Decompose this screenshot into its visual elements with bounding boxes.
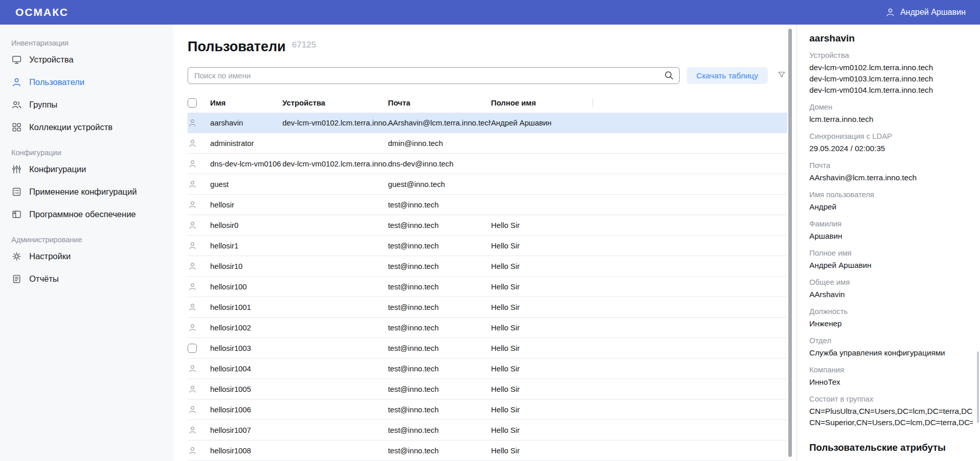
reports-icon bbox=[11, 274, 22, 284]
panel-field: ПочтаAArshavin@lcm.terra.inno.tech bbox=[809, 161, 973, 183]
cell-name: hellosir0 bbox=[210, 221, 282, 229]
user-icon bbox=[188, 159, 197, 169]
user-icon bbox=[188, 200, 197, 209]
cell-mail: test@inno.tech bbox=[388, 406, 491, 414]
cell-full-name: Hello Sir bbox=[491, 385, 593, 393]
row-leading-cell bbox=[188, 200, 210, 209]
sidebar-item-apply-configurations[interactable]: Применение конфигураций bbox=[0, 180, 173, 203]
sidebar-item-groups[interactable]: Группы bbox=[0, 93, 173, 116]
sidebar-section-label: Инвентаризация bbox=[11, 39, 173, 47]
row-leading-cell bbox=[188, 405, 210, 414]
table-row[interactable]: hellosir1004test@inno.techHello Sir bbox=[188, 359, 787, 379]
table-row[interactable]: aarshavindev-lcm-vm0102.lcm.terra.inno.t… bbox=[188, 113, 787, 133]
sidebar-item-label: Применение конфигураций bbox=[29, 187, 137, 197]
cell-devices: dev-lcm-vm0102.lcm.terra.inno.tech bbox=[282, 119, 388, 127]
cell-mail: AArshavin@lcm.terra.inno.tech bbox=[388, 119, 491, 127]
sidebar-item-device-collections[interactable]: Коллекции устройств bbox=[0, 116, 173, 138]
download-table-button[interactable]: Скачать таблицу bbox=[687, 67, 768, 84]
row-leading-cell bbox=[188, 118, 210, 128]
table-row[interactable]: hellosir10test@inno.techHello Sir bbox=[188, 256, 787, 277]
cell-full-name: Hello Sir bbox=[491, 344, 593, 352]
user-icon bbox=[188, 138, 197, 148]
devices-icon bbox=[11, 54, 22, 65]
topbar-user-menu[interactable]: Андрей Аршавин bbox=[885, 7, 966, 17]
sidebar-item-configurations[interactable]: Конфигурации bbox=[0, 158, 173, 180]
table-row[interactable]: hellosirtest@inno.tech bbox=[188, 195, 787, 215]
search-input[interactable] bbox=[188, 67, 680, 84]
cell-full-name: Hello Sir bbox=[491, 221, 593, 229]
cell-mail: test@inno.tech bbox=[388, 365, 491, 373]
column-header-full-name[interactable]: Полное имя bbox=[491, 99, 593, 107]
column-header-mail[interactable]: Почта bbox=[388, 99, 491, 107]
column-header-devices[interactable]: Устройства bbox=[282, 99, 388, 107]
table-row[interactable]: guestguest@inno.tech bbox=[188, 174, 787, 195]
users-icon bbox=[11, 77, 22, 88]
panel-field-value: ИнноТех bbox=[809, 376, 973, 388]
table-row[interactable]: hellosir1002test@inno.techHello Sir bbox=[188, 318, 787, 338]
sidebar-item-label: Пользователи bbox=[29, 77, 85, 87]
filter-icon[interactable] bbox=[776, 69, 787, 82]
panel-field-label: Синхронизация с LDAP bbox=[809, 132, 973, 141]
panel-field-value: CN=PlusUltra,CN=Users,DC=lcm,DC=terra,DC… bbox=[809, 406, 973, 417]
panel-field-label: Состоит в группах bbox=[809, 394, 973, 404]
cell-full-name: Hello Sir bbox=[491, 426, 593, 434]
cell-mail: test@inno.tech bbox=[388, 201, 491, 209]
panel-field-value: AArshavin@lcm.terra.inno.tech bbox=[809, 172, 973, 183]
sidebar-item-label: Устройства bbox=[29, 55, 73, 65]
panel-user-title: aarshavin bbox=[809, 33, 973, 44]
cell-name: hellosir1004 bbox=[210, 365, 282, 373]
table-row[interactable]: hellosir1005test@inno.techHello Sir bbox=[188, 379, 787, 400]
sidebar-item-reports[interactable]: Отчёты bbox=[0, 267, 173, 290]
panel-field-label: Должность bbox=[809, 307, 973, 317]
user-icon bbox=[188, 220, 197, 230]
user-icon bbox=[188, 323, 197, 332]
panel-field: КомпанияИнноТех bbox=[809, 365, 973, 388]
sidebar-item-devices[interactable]: Устройства bbox=[0, 48, 173, 71]
cell-name: hellosir1001 bbox=[210, 303, 282, 311]
table-row[interactable]: administratordmin@inno.tech bbox=[188, 133, 787, 154]
sidebar-item-settings[interactable]: Настройки bbox=[0, 245, 173, 267]
panel-field-label: Общее имя bbox=[809, 278, 973, 287]
select-all-checkbox[interactable] bbox=[188, 98, 197, 108]
panel-field: ДолжностьИнженер bbox=[809, 307, 973, 329]
table-row[interactable]: hellosir1006test@inno.techHello Sir bbox=[188, 400, 787, 420]
panel-field-label: Отдел bbox=[809, 336, 973, 346]
toolbar: Скачать таблицу bbox=[188, 67, 787, 84]
table-row[interactable]: hellosir1test@inno.techHello Sir bbox=[188, 236, 787, 256]
cell-name: hellosir1002 bbox=[210, 324, 282, 332]
main-scrollbar[interactable] bbox=[788, 29, 792, 457]
sidebar-item-software[interactable]: Программное обеспечение bbox=[0, 203, 173, 225]
table-row[interactable]: hellosir1001test@inno.techHello Sir bbox=[188, 297, 787, 318]
panel-field-value: 29.05.2024 / 02:00:35 bbox=[809, 143, 973, 154]
table-row[interactable]: hellosir100test@inno.techHello Sir bbox=[188, 277, 787, 297]
panel-field-value: Аршавин bbox=[809, 230, 973, 242]
table-row[interactable]: dns-dev-lcm-vm0106dev-lcm-vm0102.lcm.ter… bbox=[188, 154, 787, 174]
sidebar-item-users[interactable]: Пользователи bbox=[0, 71, 173, 93]
panel-field-value: lcm.terra.inno.tech bbox=[809, 114, 973, 125]
cell-mail: test@inno.tech bbox=[388, 262, 491, 270]
search-icon bbox=[664, 70, 674, 82]
sidebar-item-label: Программное обеспечение bbox=[29, 209, 136, 219]
column-header-name[interactable]: Имя bbox=[210, 99, 282, 107]
table-row[interactable]: hellosir0test@inno.techHello Sir bbox=[188, 215, 787, 236]
row-leading-cell bbox=[188, 261, 210, 271]
table-row[interactable]: hellosir1003test@inno.techHello Sir bbox=[188, 338, 787, 359]
row-checkbox[interactable] bbox=[188, 344, 197, 353]
cell-mail: test@inno.tech bbox=[388, 447, 491, 455]
user-icon bbox=[188, 241, 197, 250]
row-leading-cell bbox=[188, 241, 210, 250]
panel-field-label: Компания bbox=[809, 365, 973, 375]
users-table: Имя Устройства Почта Полное имя aarshavi… bbox=[188, 93, 787, 461]
panel-field-value: AArshavin bbox=[809, 289, 973, 300]
cell-mail: test@inno.tech bbox=[388, 385, 491, 393]
table-row[interactable]: hellosir1007test@inno.techHello Sir bbox=[188, 420, 787, 441]
row-leading-cell bbox=[188, 384, 210, 394]
panel-scrollbar-thumb[interactable] bbox=[977, 351, 979, 423]
table-row[interactable]: hellosir1008test@inno.techHello Sir bbox=[188, 441, 787, 461]
panel-field: Полное имяАндрей Аршавин bbox=[809, 248, 973, 271]
cell-name: hellosir1003 bbox=[210, 344, 282, 352]
row-leading-cell bbox=[188, 159, 210, 169]
row-leading-cell bbox=[188, 282, 210, 291]
panel-field-label: Фамилия bbox=[809, 219, 973, 229]
cell-full-name: Hello Sir bbox=[491, 447, 593, 455]
